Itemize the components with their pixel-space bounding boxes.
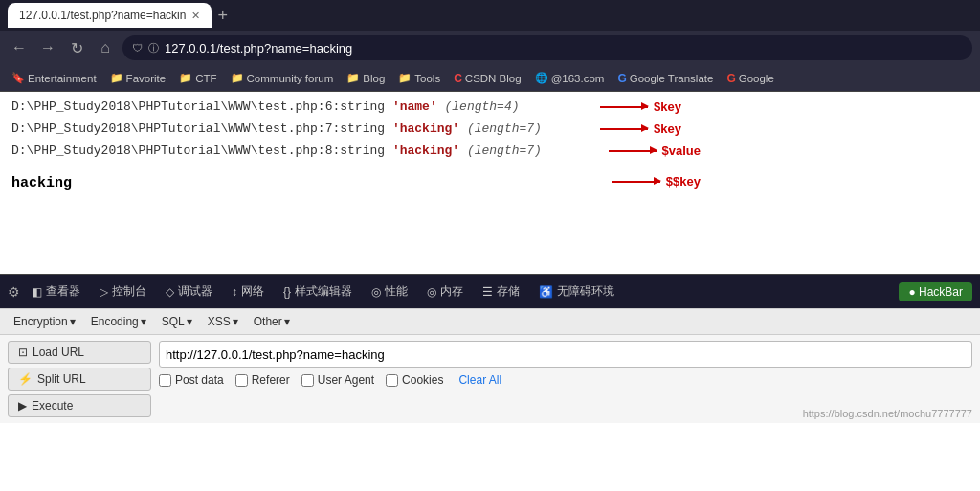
tab-title: 127.0.0.1/test.php?name=hackin — [19, 9, 186, 22]
devtools-toggle[interactable]: ⚙ — [8, 284, 20, 300]
cookies-checkbox[interactable] — [386, 374, 398, 387]
folder-icon: 📁 — [398, 72, 412, 84]
watermark: https://blog.csdn.net/mochu7777777 — [803, 408, 972, 419]
debug-value: 'hacking' — [385, 122, 467, 136]
back-button[interactable]: ← — [8, 39, 31, 56]
info-icon: ⓘ — [148, 41, 159, 56]
post-data-checkbox[interactable] — [159, 374, 171, 387]
other-arrow-icon: ▾ — [284, 315, 290, 328]
referer-label: Referer — [252, 373, 290, 387]
devtool-accessibility[interactable]: ♿ 无障碍环境 — [531, 280, 622, 302]
referer-checkbox[interactable] — [235, 374, 248, 387]
bookmark-label: Google Translate — [630, 73, 714, 84]
output-value: hacking — [11, 175, 72, 191]
navigation-bar: ← → ↻ ⌂ 🛡 ⓘ 127.0.0.1/test.php?name=hack… — [0, 31, 980, 65]
load-url-button[interactable]: ⊡ Load URL — [8, 341, 151, 364]
split-url-button[interactable]: ⚡ Split URL — [8, 368, 151, 391]
inspector-label: 查看器 — [46, 283, 80, 300]
debugger-icon: ◇ — [166, 285, 174, 299]
devtools-bar: ⚙ ◧ 查看器 ▷ 控制台 ◇ 调试器 ↕ 网络 {} 样式编辑器 ◎ 性能 ◎… — [0, 274, 980, 308]
devtool-debugger[interactable]: ◇ 调试器 — [158, 280, 220, 302]
devtool-storage[interactable]: ☰ 存储 — [475, 280, 527, 302]
url-input[interactable] — [159, 341, 972, 368]
post-data-label: Post data — [175, 373, 224, 387]
bookmark-163[interactable]: 🌐 @163.com — [529, 70, 611, 86]
other-menu[interactable]: Other ▾ — [248, 313, 296, 330]
page-content: D:\PHP_Study2018\PHPTutorial\WWW\test.ph… — [0, 92, 980, 274]
bookmark-label: Community forum — [247, 73, 334, 84]
new-tab-button[interactable]: + — [217, 6, 228, 26]
load-url-label: Load URL — [33, 346, 84, 359]
network-label: 网络 — [241, 283, 264, 300]
sql-menu[interactable]: SQL ▾ — [156, 313, 198, 330]
clear-all-button[interactable]: Clear All — [458, 373, 501, 387]
bookmark-csdn[interactable]: C CSDN Blog — [448, 70, 526, 87]
encryption-menu[interactable]: Encryption ▾ — [8, 313, 81, 330]
debug-line-2: D:\PHP_Study2018\PHPTutorial\WWW\test.ph… — [11, 122, 969, 136]
execute-button[interactable]: ▶ Execute — [8, 394, 151, 417]
encoding-menu[interactable]: Encoding ▾ — [85, 313, 152, 330]
address-bar[interactable]: 🛡 ⓘ 127.0.0.1/test.php?name=hacking — [122, 35, 972, 60]
xss-menu[interactable]: XSS ▾ — [202, 313, 244, 330]
user-agent-label: User Agent — [318, 373, 374, 387]
debug-path: D:\PHP_Study2018\PHPTutorial\WWW\test.ph… — [11, 100, 385, 114]
bookmark-icon: 🔖 — [11, 72, 25, 84]
cookies-option[interactable]: Cookies — [386, 373, 443, 387]
bookmark-entertainment[interactable]: 🔖 Entertainment — [6, 70, 102, 86]
csdn-icon: C — [454, 72, 462, 85]
cookies-label: Cookies — [402, 373, 443, 387]
devtool-memory[interactable]: ◎ 内存 — [419, 280, 471, 302]
network-icon: ↕ — [232, 285, 237, 299]
hackbar-tab-button[interactable]: ● HackBar — [899, 282, 972, 301]
tab-bar: 127.0.0.1/test.php?name=hackin ✕ + — [8, 0, 228, 31]
active-tab[interactable]: 127.0.0.1/test.php?name=hackin ✕ — [8, 3, 212, 28]
hackbar-panel: Encryption ▾ Encoding ▾ SQL ▾ XSS ▾ Othe… — [0, 308, 980, 423]
debug-path: D:\PHP_Study2018\PHPTutorial\WWW\test.ph… — [11, 144, 385, 158]
bookmark-google-translate[interactable]: G Google Translate — [612, 70, 719, 87]
bookmark-google[interactable]: G Google — [721, 70, 779, 87]
devtool-network[interactable]: ↕ 网络 — [224, 280, 272, 302]
console-icon: ▷ — [100, 285, 108, 299]
xss-arrow-icon: ▾ — [233, 315, 238, 328]
bookmark-label: Blog — [363, 73, 385, 84]
bookmark-community-forum[interactable]: 📁 Community forum — [225, 70, 340, 86]
user-agent-checkbox[interactable] — [301, 374, 314, 387]
devtool-console[interactable]: ▷ 控制台 — [92, 280, 154, 302]
bookmark-tools[interactable]: 📁 Tools — [392, 70, 446, 86]
tab-close-button[interactable]: ✕ — [191, 10, 200, 22]
memory-icon: ◎ — [427, 285, 436, 299]
devtool-style-editor[interactable]: {} 样式编辑器 — [276, 280, 360, 302]
value-label: $value — [662, 144, 701, 158]
post-data-option[interactable]: Post data — [159, 373, 224, 387]
folder-icon: 📁 — [179, 72, 192, 84]
devtool-performance[interactable]: ◎ 性能 — [364, 280, 415, 302]
bookmark-ctf[interactable]: 📁 CTF — [173, 70, 222, 86]
hackbar-url-area: Post data Referer User Agent Cookies C — [159, 341, 972, 387]
folder-icon: 📁 — [110, 72, 123, 84]
user-agent-option[interactable]: User Agent — [301, 373, 374, 387]
translate-icon: G — [617, 72, 626, 85]
encryption-label: Encryption — [13, 315, 68, 328]
debug-path: D:\PHP_Study2018\PHPTutorial\WWW\test.ph… — [11, 122, 385, 136]
bookmark-label: Entertainment — [28, 73, 97, 84]
annotation-sskey-arrow: $$key — [612, 174, 701, 189]
xss-label: XSS — [208, 315, 231, 328]
debug-length: (length=7) — [467, 122, 542, 136]
bookmark-blog[interactable]: 📁 Blog — [341, 70, 390, 86]
referer-option[interactable]: Referer — [235, 373, 290, 387]
output-line: hacking $$key — [11, 171, 969, 191]
devtool-inspector[interactable]: ◧ 查看器 — [24, 280, 88, 302]
other-label: Other — [254, 315, 282, 328]
execute-icon: ▶ — [18, 399, 27, 413]
hackbar-label: HackBar — [919, 285, 963, 299]
annotation-key-arrow-2: $key — [600, 122, 681, 136]
forward-button[interactable]: → — [36, 39, 59, 56]
debug-length: (length=4) — [445, 100, 520, 114]
reload-button[interactable]: ↻ — [65, 39, 88, 57]
annotation-value-arrow: $value — [609, 144, 701, 158]
google-icon: G — [726, 72, 735, 85]
debug-line-3: D:\PHP_Study2018\PHPTutorial\WWW\test.ph… — [11, 144, 969, 158]
home-button[interactable]: ⌂ — [94, 39, 117, 56]
bookmarks-bar: 🔖 Entertainment 📁 Favorite 📁 CTF 📁 Commu… — [0, 65, 980, 92]
bookmark-favorite[interactable]: 📁 Favorite — [104, 70, 172, 86]
